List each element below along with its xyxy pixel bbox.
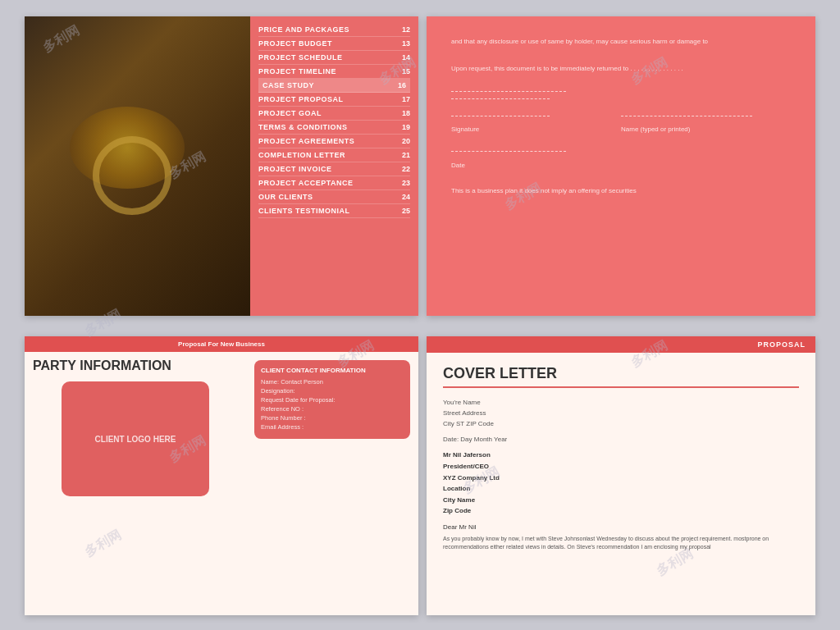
toc-label: PROJECT ACCEPTANCE <box>258 179 354 187</box>
toc-label: PROJECT AGREEMENTS <box>258 137 354 145</box>
toc-item: PROJECT GOAL18 <box>258 107 410 121</box>
bottom-right-card: PROPOSAL COVER LETTER You're Name Street… <box>427 336 815 615</box>
top-section: PRICE AND PACKAGES12PROJECT BUDGET13PROJ… <box>0 0 840 328</box>
toc-item: PROJECT SCHEDULE14 <box>258 51 410 65</box>
toc-number: 21 <box>402 151 410 159</box>
name-block: Name (typed or printed) <box>621 116 791 135</box>
toc-item: TERMS & CONDITIONS19 <box>258 121 410 135</box>
toc-number: 20 <box>402 137 410 145</box>
upon-request-text: Upon request, this document is to be imm… <box>451 64 791 75</box>
toc-panel: PRICE AND PACKAGES12PROJECT BUDGET13PROJ… <box>250 16 418 316</box>
sig-line-top <box>451 91 566 92</box>
toc-item: PROJECT PROPOSAL17 <box>258 93 410 107</box>
party-title: PARTY INFORMATION <box>33 358 238 373</box>
toc-label: PROJECT GOAL <box>258 109 322 117</box>
toc-item: OUR CLIENTS24 <box>258 190 410 204</box>
toc-number: 17 <box>402 95 410 103</box>
toc-label: OUR CLIENTS <box>258 193 313 201</box>
recipient-name: Mr Nil Jaferson <box>443 450 799 461</box>
recipient-zip: Zip Code <box>443 505 799 517</box>
toc-number: 13 <box>402 39 410 48</box>
top-right-card: and that any disclosure or use of same b… <box>427 16 815 316</box>
address-name: You're Name <box>443 398 799 409</box>
name-label: Name (typed or printed) <box>621 126 690 133</box>
toc-number: 16 <box>398 81 406 89</box>
confidential-text: and that any disclosure or use of same b… <box>451 37 791 48</box>
cover-letter-content: COVER LETTER You're Name Street Address … <box>427 353 815 615</box>
recipient-block: Mr Nil Jaferson President/CEO XYZ Compan… <box>443 450 799 517</box>
dear-line: Dear Mr Nil <box>443 523 799 531</box>
bottom-left-header: Proposal For New Business <box>25 336 418 352</box>
toc-number: 18 <box>402 109 410 117</box>
toc-number: 23 <box>402 179 410 187</box>
toc-item: COMPLETION LETTER21 <box>258 148 410 162</box>
bottom-section: Proposal For New Business PARTY INFORMAT… <box>0 328 840 630</box>
toc-number: 14 <box>402 53 410 62</box>
proposal-label: PROPOSAL <box>757 340 806 349</box>
contact-field: Name: Contact Person <box>261 378 404 386</box>
toc-label: TERMS & CONDITIONS <box>258 123 348 131</box>
toc-item: PROJECT ACCEPTANCE23 <box>258 176 410 190</box>
contact-col: CLIENT CONTACT INFORMATION Name: Contact… <box>246 352 418 615</box>
toc-number: 12 <box>402 25 410 34</box>
recipient-company: XYZ Company Ltd <box>443 472 799 484</box>
toc-item: PRICE AND PACKAGES12 <box>258 23 410 37</box>
name-line <box>621 116 752 116</box>
contact-field: Reference NO : <box>261 405 404 413</box>
contact-title: CLIENT CONTACT INFORMATION <box>261 367 404 374</box>
recipient-location: Location <box>443 483 799 495</box>
toc-label: PROJECT SCHEDULE <box>258 53 343 62</box>
contact-field: Email Address : <box>261 423 404 431</box>
contact-field: Phone Number : <box>261 414 404 422</box>
toc-item: PROJECT BUDGET13 <box>258 37 410 51</box>
bottom-left-card: Proposal For New Business PARTY INFORMAT… <box>25 336 418 615</box>
securities-note: This is a business plan it does not impl… <box>451 187 791 194</box>
toc-number: 19 <box>402 123 410 131</box>
recipient-city: City Name <box>443 495 799 506</box>
address-city: City ST ZIP Code <box>443 419 799 430</box>
cover-title: COVER LETTER <box>443 365 799 388</box>
address-block: You're Name Street Address City ST ZIP C… <box>443 398 799 429</box>
toc-item: PROJECT TIMELINE15 <box>258 65 410 79</box>
date-label: Date <box>451 162 465 169</box>
toc-item: CLIENTS TESTIMONIAL25 <box>258 204 410 218</box>
top-left-card: PRICE AND PACKAGES12PROJECT BUDGET13PROJ… <box>25 16 418 316</box>
toc-label: PROJECT PROPOSAL <box>258 95 344 103</box>
toc-number: 15 <box>402 67 410 75</box>
sig-line <box>451 116 550 116</box>
toc-label: COMPLETION LETTER <box>258 151 345 159</box>
toc-label: PROJECT BUDGET <box>258 39 332 48</box>
toc-label: PROJECT TIMELINE <box>258 67 336 75</box>
signature-block: Signature <box>451 116 621 135</box>
date-line <box>451 151 566 152</box>
party-col: PARTY INFORMATION CLIENT LOGO HERE <box>25 352 246 615</box>
client-contact-box: CLIENT CONTACT INFORMATION Name: Contact… <box>254 360 410 439</box>
proposal-header: PROPOSAL <box>427 336 815 353</box>
sig-line-top2 <box>451 98 550 99</box>
date-section: Date <box>451 151 791 171</box>
body-text: As you probably know by now, I met with … <box>443 535 799 552</box>
contact-field: Request Date for Proposal: <box>261 396 404 404</box>
bottom-left-inner: PARTY INFORMATION CLIENT LOGO HERE CLIEN… <box>25 352 418 615</box>
date-field: Date: Day Month Year <box>443 436 799 443</box>
client-logo-text: CLIENT LOGO HERE <box>95 435 176 444</box>
toc-item: PROJECT AGREEMENTS20 <box>258 135 410 148</box>
toc-number: 22 <box>402 165 410 173</box>
contact-field: Designation: <box>261 387 404 395</box>
signature-label: Signature <box>451 126 479 133</box>
recipient-title: President/CEO <box>443 461 799 472</box>
toc-number: 24 <box>402 193 410 201</box>
party-info-section: PARTY INFORMATION CLIENT LOGO HERE <box>25 352 246 615</box>
toc-item: PROJECT INVOICE22 <box>258 162 410 176</box>
toc-number: 25 <box>402 207 410 215</box>
toc-item: CASE STUDY16 <box>258 79 410 93</box>
toc-label: CASE STUDY <box>262 81 314 89</box>
address-street: Street Address <box>443 409 799 419</box>
photo-panel <box>25 16 250 316</box>
client-logo-box: CLIENT LOGO HERE <box>62 381 209 496</box>
toc-label: PROJECT INVOICE <box>258 165 332 173</box>
signature-section: Signature Name (typed or printed) <box>451 116 791 135</box>
toc-label: PRICE AND PACKAGES <box>258 25 349 34</box>
toc-label: CLIENTS TESTIMONIAL <box>258 207 350 215</box>
